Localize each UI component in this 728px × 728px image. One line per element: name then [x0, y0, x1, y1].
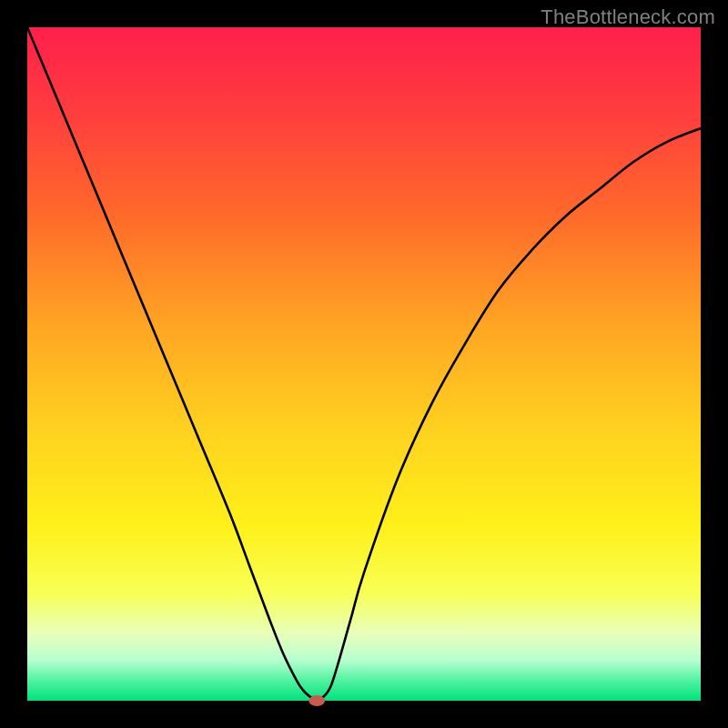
- gradient-background: [27, 27, 701, 701]
- optimum-marker: [308, 695, 325, 706]
- bottleneck-plot: [0, 0, 728, 728]
- chart-frame: TheBottleneck.com: [0, 0, 728, 728]
- watermark-text: TheBottleneck.com: [541, 5, 715, 29]
